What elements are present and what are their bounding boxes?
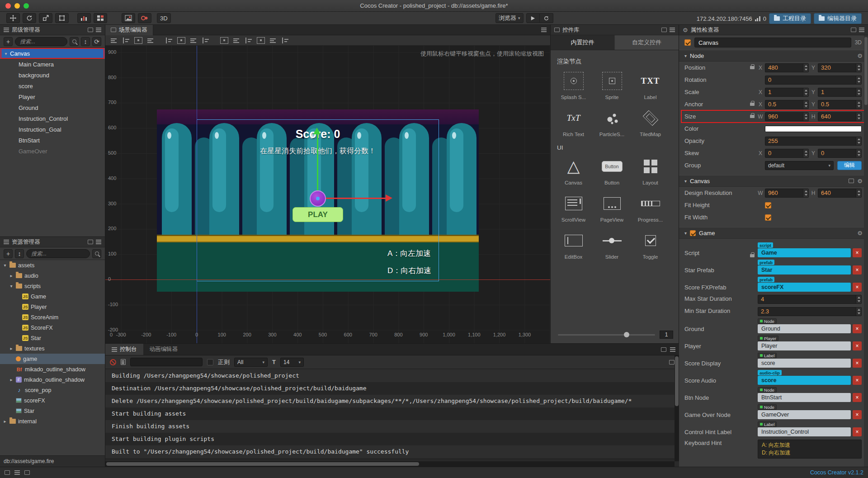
scene-tool-icon[interactable] bbox=[232, 37, 241, 44]
refresh-hierarchy-button[interactable]: ⟳ bbox=[92, 37, 101, 46]
library-item-label[interactable]: TXTLabel bbox=[631, 70, 670, 100]
scene-tool-icon[interactable] bbox=[281, 37, 289, 44]
console-log-row[interactable]: Finish building assets bbox=[105, 420, 675, 433]
image-view-button[interactable] bbox=[122, 13, 135, 23]
tab-animation-editor[interactable]: 动画编辑器 bbox=[143, 344, 184, 355]
hierarchy-node-Ground[interactable]: Ground bbox=[0, 102, 105, 113]
library-item-tiledmap[interactable]: TiledMap bbox=[631, 107, 670, 137]
sort-assets-button[interactable]: ↕ bbox=[15, 249, 24, 258]
hierarchy-node-background[interactable]: background bbox=[0, 70, 105, 80]
log-level-dropdown[interactable]: All▾ bbox=[234, 358, 268, 367]
lock-icon[interactable] bbox=[750, 66, 755, 69]
asset-textures[interactable]: ▸textures bbox=[0, 343, 105, 354]
asset-game[interactable]: game bbox=[0, 354, 105, 364]
scene-tool-icon[interactable] bbox=[189, 37, 198, 44]
scene-tool-icon[interactable] bbox=[269, 37, 277, 44]
console-log-row[interactable]: Delete /Users/zhangpeng54/showcase/polis… bbox=[105, 395, 675, 407]
console-filter-input[interactable] bbox=[130, 358, 203, 366]
remove-reference-button[interactable]: × bbox=[853, 341, 862, 350]
size-h-input[interactable]: 640 bbox=[818, 112, 862, 121]
move-tool-button[interactable] bbox=[6, 13, 20, 23]
asset-assets[interactable]: ▾assets bbox=[0, 260, 105, 270]
inspector-scrollbar[interactable] bbox=[864, 35, 868, 467]
chart-bars-button[interactable] bbox=[77, 13, 91, 23]
expand-console-icon[interactable] bbox=[669, 360, 675, 364]
edit-group-button[interactable]: 编辑 bbox=[837, 161, 862, 170]
library-item-slider[interactable]: Slider bbox=[593, 230, 631, 260]
library-item-particles[interactable]: ParticleS... bbox=[593, 107, 631, 137]
minimize-window-icon[interactable] bbox=[14, 3, 20, 9]
tab-custom-widgets[interactable]: 自定义控件 bbox=[614, 35, 679, 50]
reference-value[interactable]: Game bbox=[758, 248, 851, 257]
open-project-dir-button[interactable]: 工程目录 bbox=[769, 13, 811, 24]
console-vertical-scrollbar[interactable] bbox=[675, 355, 679, 461]
asset-scripts[interactable]: ▾scripts bbox=[0, 281, 105, 291]
library-item-richtext[interactable]: TxTRich Text bbox=[554, 107, 593, 137]
asset-mikado_outline_shadow[interactable]: Bfmikado_outline_shadow bbox=[0, 364, 105, 374]
console-log-row[interactable]: Building /Users/zhangpeng54/showcase/pol… bbox=[105, 369, 675, 382]
remove-reference-button[interactable]: × bbox=[853, 324, 862, 333]
console-log-row[interactable]: Destination /Users/zhangpeng54/showcase/… bbox=[105, 382, 675, 395]
reference-value[interactable]: Ground bbox=[758, 324, 851, 333]
scene-tool-icon[interactable] bbox=[146, 37, 155, 44]
create-asset-button[interactable]: + bbox=[4, 249, 13, 258]
library-item-canvas[interactable]: △Canvas bbox=[554, 156, 593, 185]
position-y-input[interactable]: 320 bbox=[818, 63, 862, 72]
stepper-icon[interactable] bbox=[856, 295, 861, 303]
anchor-x-input[interactable]: 0.5 bbox=[765, 100, 809, 109]
component-enabled-checkbox[interactable] bbox=[690, 230, 696, 236]
console-horizontal-scrollbar[interactable] bbox=[105, 461, 675, 467]
gear-icon[interactable]: ⚙ bbox=[857, 52, 863, 59]
panel-popup-icon[interactable] bbox=[88, 28, 93, 32]
asset-mikado_outline_shadow[interactable]: ▸Fmikado_outline_shadow bbox=[0, 374, 105, 385]
clear-console-icon[interactable] bbox=[110, 359, 116, 365]
scale-x-input[interactable]: 1 bbox=[765, 88, 809, 97]
stepper-icon[interactable] bbox=[856, 76, 861, 84]
section-node[interactable]: ▾ Node ⚙ bbox=[679, 50, 868, 62]
panel-popup-icon[interactable] bbox=[661, 347, 666, 352]
scene-tool-icon[interactable] bbox=[257, 37, 265, 44]
panel-menu-icon[interactable] bbox=[859, 28, 864, 32]
library-item-scrollview[interactable]: ScrollView bbox=[554, 193, 593, 222]
console-log-row[interactable]: Start building assets bbox=[105, 407, 675, 420]
design-h-input[interactable]: 640 bbox=[818, 189, 862, 198]
player-node[interactable] bbox=[310, 190, 326, 207]
field-number-input[interactable]: 2.3 bbox=[758, 307, 862, 316]
scene-tool-icon[interactable] bbox=[202, 37, 210, 44]
console-log-row[interactable]: Start building plugin scripts bbox=[105, 433, 675, 445]
record-view-button[interactable] bbox=[138, 13, 151, 23]
scrollbar-thumb[interactable] bbox=[106, 462, 419, 466]
gizmo-y-arrowhead-icon[interactable] bbox=[313, 128, 321, 134]
regex-checkbox[interactable] bbox=[207, 359, 213, 365]
field-number-input[interactable]: 4 bbox=[758, 295, 862, 304]
scrollbar-thumb[interactable] bbox=[675, 356, 679, 406]
open-editor-dir-button[interactable]: 编辑器目录 bbox=[814, 13, 862, 24]
layout-icon[interactable] bbox=[5, 470, 10, 475]
stepper-icon[interactable] bbox=[856, 64, 861, 72]
stepper-icon[interactable] bbox=[856, 189, 861, 197]
scale-tool-button[interactable] bbox=[39, 13, 52, 23]
tab-scene-editor[interactable]: 场景编辑器 bbox=[105, 25, 153, 35]
lock-icon[interactable] bbox=[750, 103, 755, 106]
hierarchy-node-Main Camera[interactable]: Main Camera bbox=[0, 59, 105, 70]
stepper-icon[interactable] bbox=[803, 149, 808, 157]
console-log-row[interactable]: Built to "/Users/zhangpeng54/showcase/po… bbox=[105, 445, 675, 458]
help-icon[interactable] bbox=[849, 179, 854, 183]
reference-value[interactable]: scoreFX bbox=[758, 283, 851, 292]
asset-score_pop[interactable]: ♪score_pop bbox=[0, 385, 105, 395]
scene-tool-icon[interactable] bbox=[177, 37, 185, 44]
stepper-icon[interactable] bbox=[856, 100, 861, 109]
zoom-slider[interactable] bbox=[558, 334, 655, 336]
asset-audio[interactable]: ▸audio bbox=[0, 270, 105, 281]
position-x-input[interactable]: 480 bbox=[765, 63, 809, 72]
rotate-tool-button[interactable] bbox=[23, 13, 36, 23]
design-w-input[interactable]: 960 bbox=[765, 189, 809, 198]
hierarchy-node-Instruction_Control[interactable]: Instruction_Control bbox=[0, 113, 105, 124]
stepper-icon[interactable] bbox=[856, 88, 861, 96]
panel-menu-icon[interactable] bbox=[96, 240, 101, 244]
node-name-input[interactable] bbox=[694, 38, 851, 47]
reference-value[interactable]: score bbox=[758, 376, 851, 385]
remove-reference-button[interactable]: × bbox=[853, 359, 862, 368]
node-active-checkbox[interactable] bbox=[684, 39, 691, 46]
panel-menu-icon[interactable] bbox=[541, 28, 547, 32]
